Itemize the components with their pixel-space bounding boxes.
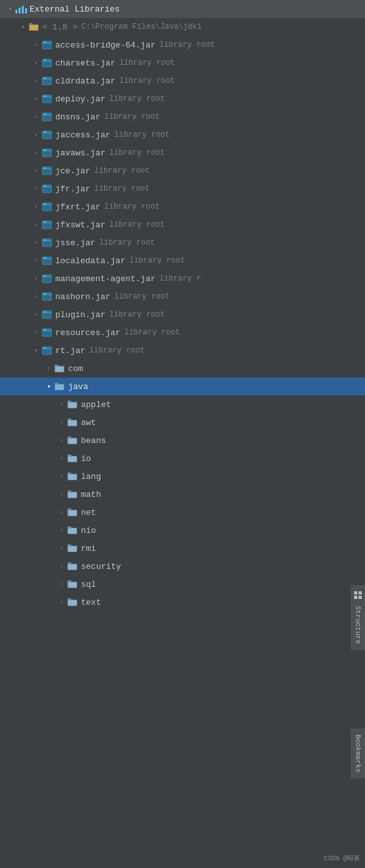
jar-icon bbox=[41, 202, 53, 212]
folder-label: io bbox=[81, 454, 91, 464]
folder-lang[interactable]: lang bbox=[0, 467, 365, 485]
folder-icon bbox=[67, 435, 78, 446]
folder-sql[interactable]: sql bbox=[0, 575, 365, 593]
jar-item-jaccess[interactable]: jaccess.jar library root bbox=[0, 126, 365, 144]
jar-item-resources[interactable]: resources.jar library root bbox=[0, 324, 365, 342]
svg-rect-56 bbox=[44, 347, 46, 349]
jar-icon bbox=[41, 291, 53, 302]
folder-icon bbox=[54, 381, 66, 392]
external-libraries-label: External Libraries bbox=[30, 4, 120, 14]
subfolder-arrow bbox=[57, 453, 67, 464]
structure-tab-icon bbox=[354, 591, 362, 603]
jar-item-access-bridge[interactable]: access-bridge-64.jar library root bbox=[0, 36, 365, 54]
jar-arrow bbox=[31, 130, 41, 140]
jar-arrow bbox=[31, 256, 41, 266]
jar-icon bbox=[41, 220, 53, 230]
svg-rect-79 bbox=[67, 490, 71, 492]
jar-arrow bbox=[31, 94, 41, 104]
jar-item-management-agent[interactable]: management-agent.jar library r bbox=[0, 270, 365, 288]
svg-rect-41 bbox=[44, 257, 46, 259]
jar-icon bbox=[41, 238, 53, 248]
jar-item-charsets[interactable]: charsets.jar library root bbox=[0, 54, 365, 72]
jar-type: library root bbox=[109, 220, 165, 229]
jar-type: library root bbox=[114, 292, 170, 301]
svg-rect-1 bbox=[29, 23, 33, 25]
svg-rect-86 bbox=[68, 528, 76, 534]
jar-type: library root bbox=[99, 238, 154, 247]
jar-icon bbox=[41, 76, 53, 86]
jar-item-plugin[interactable]: plugin.jar library root bbox=[0, 306, 365, 324]
watermark: CSDN @昭著 bbox=[324, 854, 360, 863]
jar-arrow bbox=[31, 327, 41, 338]
svg-rect-68 bbox=[68, 421, 76, 426]
svg-rect-32 bbox=[44, 204, 46, 205]
jar-item-deploy[interactable]: deploy.jar library root bbox=[0, 90, 365, 108]
bookmarks-tab[interactable]: Bookmarks bbox=[351, 729, 365, 778]
java-arrow bbox=[44, 381, 54, 392]
folder-icon bbox=[67, 471, 78, 482]
svg-rect-53 bbox=[44, 329, 46, 331]
folder-label: text bbox=[81, 598, 101, 607]
jar-type: library root bbox=[159, 40, 215, 49]
svg-rect-70 bbox=[67, 437, 71, 438]
svg-rect-91 bbox=[67, 562, 71, 564]
folder-math[interactable]: math bbox=[0, 485, 365, 503]
jar-name: access-bridge-64.jar bbox=[55, 40, 156, 50]
subfolder-arrow bbox=[57, 597, 67, 607]
svg-rect-102 bbox=[359, 596, 362, 599]
jar-item-javaws[interactable]: javaws.jar library root bbox=[0, 144, 365, 162]
com-arrow bbox=[44, 363, 54, 374]
folder-text[interactable]: text bbox=[0, 593, 365, 611]
jdk-item[interactable]: < 1.8 > C:\Program Files\Java\jdk1 bbox=[0, 18, 365, 36]
jar-type: library root bbox=[109, 148, 165, 157]
folder-label: nio bbox=[81, 526, 96, 535]
svg-rect-20 bbox=[44, 132, 46, 133]
folder-security[interactable]: security bbox=[0, 557, 365, 575]
folder-io[interactable]: io bbox=[0, 449, 365, 467]
folder-java[interactable]: java bbox=[0, 378, 365, 395]
folder-icon bbox=[67, 507, 78, 517]
folder-rmi[interactable]: rmi bbox=[0, 539, 365, 557]
jar-item-rt[interactable]: rt.jar library root bbox=[0, 342, 365, 360]
jar-icon bbox=[41, 40, 53, 50]
subfolder-arrow bbox=[57, 525, 67, 535]
svg-rect-92 bbox=[68, 564, 76, 569]
folder-net[interactable]: net bbox=[0, 503, 365, 521]
jar-type: library root bbox=[109, 310, 165, 319]
jar-arrow bbox=[31, 309, 41, 320]
svg-rect-44 bbox=[44, 275, 46, 277]
external-libraries-item[interactable]: External Libraries bbox=[0, 0, 365, 18]
folder-com[interactable]: com bbox=[0, 360, 365, 378]
jar-item-jfr[interactable]: jfr.jar library root bbox=[0, 180, 365, 198]
jar-arrow bbox=[31, 40, 41, 50]
jar-name: resources.jar bbox=[55, 328, 120, 338]
structure-tab[interactable]: Structure bbox=[351, 586, 365, 650]
jar-type: library root bbox=[120, 76, 175, 85]
jar-name: dnsns.jar bbox=[55, 112, 100, 122]
jar-item-dnsns[interactable]: dnsns.jar library root bbox=[0, 108, 365, 126]
jar-icon bbox=[41, 148, 53, 158]
folder-awt[interactable]: awt bbox=[0, 413, 365, 431]
jdk-folder-icon bbox=[28, 22, 40, 32]
subfolder-arrow bbox=[57, 471, 67, 482]
folder-beans[interactable]: beans bbox=[0, 431, 365, 449]
jar-item-jce[interactable]: jce.jar library root bbox=[0, 162, 365, 180]
jar-icon bbox=[41, 94, 53, 104]
jar-name: charsets.jar bbox=[55, 58, 116, 68]
jar-item-nashorn[interactable]: nashorn.jar library root bbox=[0, 288, 365, 306]
jar-item-cldrdata[interactable]: cldrdata.jar library root bbox=[0, 72, 365, 90]
jar-name: jfr.jar bbox=[55, 184, 91, 194]
folder-nio[interactable]: nio bbox=[0, 521, 365, 539]
jar-item-jfxswt[interactable]: jfxswt.jar library root bbox=[0, 216, 365, 234]
jar-type: library root bbox=[104, 112, 159, 121]
jar-item-localedata[interactable]: localedata.jar library root bbox=[0, 252, 365, 270]
jdk-version-label: < 1.8 > bbox=[42, 22, 78, 32]
jar-arrow bbox=[31, 76, 41, 86]
jar-name: cldrdata.jar bbox=[55, 76, 116, 86]
folder-applet[interactable]: applet bbox=[0, 395, 365, 413]
jar-item-jfxrt[interactable]: jfxrt.jar library root bbox=[0, 198, 365, 216]
jar-item-jsse[interactable]: jsse.jar library root bbox=[0, 234, 365, 252]
jar-type: library root bbox=[124, 328, 179, 337]
external-libraries-icon bbox=[15, 4, 27, 13]
folder-icon bbox=[67, 543, 78, 553]
